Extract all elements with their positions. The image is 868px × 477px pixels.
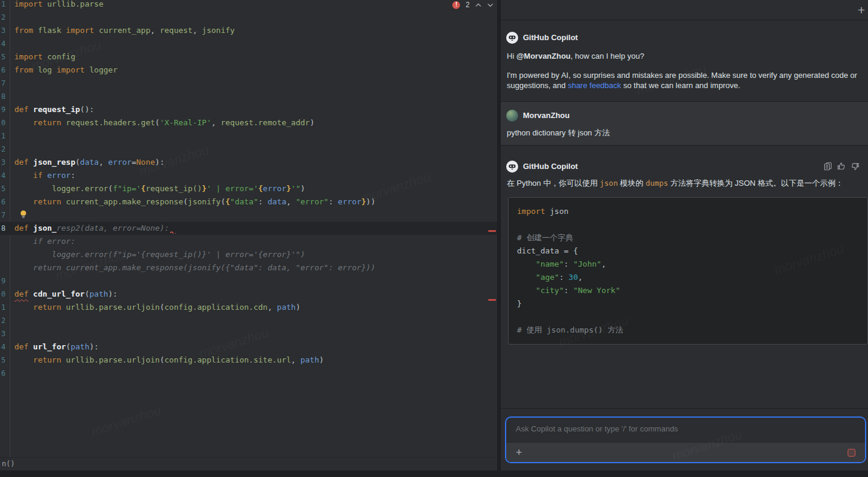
user-avatar bbox=[506, 110, 518, 122]
line-number[interactable]: 8 bbox=[0, 90, 10, 103]
copilot-avatar bbox=[506, 32, 518, 44]
editor-code[interactable]: 1import urllib.parse23from flask import … bbox=[0, 0, 497, 380]
code-block-line: # 创建一个字典 bbox=[517, 231, 859, 244]
error-stripe-mark[interactable] bbox=[488, 230, 496, 232]
line-number[interactable]: 1 bbox=[0, 0, 10, 11]
line-number[interactable] bbox=[0, 235, 10, 248]
line-number[interactable]: 5 bbox=[0, 182, 10, 195]
code-line[interactable]: 6from log import logger bbox=[0, 64, 497, 77]
attach-plus-icon[interactable]: + bbox=[516, 446, 522, 459]
code-line[interactable]: 8 bbox=[0, 90, 497, 103]
line-number[interactable]: 8 bbox=[0, 222, 10, 235]
line-number[interactable]: 4 bbox=[0, 169, 10, 182]
line-number[interactable]: 3 bbox=[0, 24, 10, 37]
code-block-line: # 使用 json.dumps() 方法 bbox=[517, 324, 859, 337]
code-line[interactable]: 5 logger.error(f"ip='{request_ip()}' | e… bbox=[0, 182, 497, 195]
line-number[interactable]: 4 bbox=[0, 37, 10, 50]
copilot-greeting: Hi @MorvanZhou, how can I help you? bbox=[507, 51, 861, 61]
code-line[interactable]: 6 bbox=[0, 367, 497, 380]
code-line[interactable]: 2 bbox=[0, 11, 497, 24]
line-number[interactable]: 3 bbox=[0, 156, 10, 169]
line-number[interactable]: 6 bbox=[0, 64, 10, 77]
chat-toolbar: + bbox=[501, 0, 868, 20]
line-number[interactable]: 5 bbox=[0, 354, 10, 367]
code-block-line: "city": "New York" bbox=[517, 284, 859, 297]
code-line[interactable]: 0def cdn_url_for(path): bbox=[0, 288, 497, 301]
copy-icon[interactable] bbox=[824, 162, 832, 171]
line-number[interactable] bbox=[0, 261, 10, 274]
code-line[interactable]: 7 bbox=[0, 77, 497, 90]
stop-button[interactable] bbox=[848, 449, 855, 457]
code-line[interactable]: 1 return urllib.parse.urljoin(config.app… bbox=[0, 301, 497, 314]
line-number[interactable]: 1 bbox=[0, 301, 10, 314]
error-squiggle bbox=[170, 231, 176, 234]
thumbs-up-icon[interactable] bbox=[837, 162, 846, 171]
line-number[interactable] bbox=[0, 248, 10, 261]
chat-input-zone: Ask Copilot a question or type '/' for c… bbox=[501, 409, 868, 470]
code-line[interactable]: if error: bbox=[0, 235, 497, 248]
intention-bulb-icon[interactable] bbox=[19, 210, 28, 219]
code-line[interactable]: 1 bbox=[0, 129, 497, 143]
copilot-chat-panel: + GitHub Copilot Hi @MorvanZhou, how can… bbox=[501, 0, 868, 470]
code-block-line: } bbox=[517, 297, 859, 310]
line-number[interactable]: 0 bbox=[0, 116, 10, 129]
code-line[interactable]: 5import config bbox=[0, 50, 497, 64]
line-number[interactable]: 2 bbox=[0, 143, 10, 156]
line-number[interactable]: 9 bbox=[0, 274, 10, 288]
chevron-down-icon[interactable] bbox=[487, 3, 494, 7]
copilot-name: GitHub Copilot bbox=[523, 162, 578, 171]
chevron-up-icon[interactable] bbox=[475, 3, 482, 7]
line-number[interactable]: 1 bbox=[0, 129, 10, 143]
share-feedback-link[interactable]: share feedback bbox=[568, 81, 621, 90]
copilot-disclaimer: I'm powered by AI, so surprises and mist… bbox=[507, 70, 861, 90]
code-block-line bbox=[517, 310, 859, 324]
line-number[interactable]: 2 bbox=[0, 314, 10, 327]
line-number[interactable]: 3 bbox=[0, 327, 10, 340]
inline-code: json bbox=[600, 179, 618, 188]
code-line[interactable]: 4 if error: bbox=[0, 169, 497, 182]
copilot-answer-message: GitHub Copilot 在 Pyt bbox=[501, 146, 868, 409]
inspection-widget[interactable]: ! 2 bbox=[452, 0, 494, 10]
line-number[interactable]: 7 bbox=[0, 77, 10, 90]
code-line[interactable]: 4 bbox=[0, 37, 497, 50]
code-line[interactable]: 0 return request.headers.get('X-Real-IP'… bbox=[0, 116, 497, 129]
code-line[interactable]: 7 bbox=[0, 209, 497, 222]
answer-intro: 在 Python 中，你可以使用 json 模块的 dumps 方法将字典转换为… bbox=[507, 178, 868, 188]
window-bottom-edge bbox=[0, 470, 868, 477]
error-count: 2 bbox=[465, 1, 470, 9]
line-number[interactable]: 6 bbox=[0, 195, 10, 209]
line-number[interactable]: 6 bbox=[0, 367, 10, 380]
code-block-line: dict_data = { bbox=[517, 244, 859, 258]
line-number[interactable]: 9 bbox=[0, 103, 10, 116]
copilot-avatar bbox=[506, 161, 518, 173]
new-chat-plus-icon[interactable]: + bbox=[858, 1, 865, 19]
code-line[interactable]: logger.error(f"ip='{request_ip()}' | err… bbox=[0, 248, 497, 261]
code-block-line bbox=[517, 218, 859, 231]
code-line[interactable]: 3from flask import current_app, request,… bbox=[0, 24, 497, 37]
code-line[interactable]: 9def request_ip(): bbox=[0, 103, 497, 116]
code-line[interactable]: 2 bbox=[0, 314, 497, 327]
code-line[interactable]: 2 bbox=[0, 143, 497, 156]
thumbs-down-icon[interactable] bbox=[851, 162, 860, 171]
line-number[interactable]: 5 bbox=[0, 50, 10, 64]
code-line[interactable]: 4def url_for(path): bbox=[0, 340, 497, 354]
error-icon: ! bbox=[452, 1, 460, 9]
code-line[interactable]: 5 return urllib.parse.urljoin(config.app… bbox=[0, 354, 497, 367]
line-number[interactable]: 0 bbox=[0, 288, 10, 301]
code-editor-pane[interactable]: 1import urllib.parse23from flask import … bbox=[0, 0, 497, 470]
code-line[interactable]: 3 bbox=[0, 327, 497, 340]
chat-input-field[interactable]: Ask Copilot a question or type '/' for c… bbox=[506, 418, 865, 443]
code-line[interactable]: 9 bbox=[0, 274, 497, 288]
code-line[interactable]: 6 return current_app.make_response(jsoni… bbox=[0, 195, 497, 209]
answer-code-block: import json# 创建一个字典dict_data = { "name":… bbox=[508, 197, 868, 345]
copilot-input-box[interactable]: Ask Copilot a question or type '/' for c… bbox=[505, 416, 866, 463]
breadcrumb[interactable]: n() bbox=[0, 457, 497, 470]
error-stripe-mark[interactable] bbox=[488, 299, 496, 301]
code-line[interactable]: 8def json_resp2(data, error=None): bbox=[0, 222, 497, 235]
line-number[interactable]: 4 bbox=[0, 340, 10, 354]
line-number[interactable]: 7 bbox=[0, 209, 10, 222]
code-line[interactable]: 3def json_resp(data, error=None): bbox=[0, 156, 497, 169]
code-line[interactable]: return current_app.make_response(jsonify… bbox=[0, 261, 497, 274]
line-number[interactable]: 2 bbox=[0, 11, 10, 24]
code-line[interactable]: 1import urllib.parse bbox=[0, 0, 497, 11]
